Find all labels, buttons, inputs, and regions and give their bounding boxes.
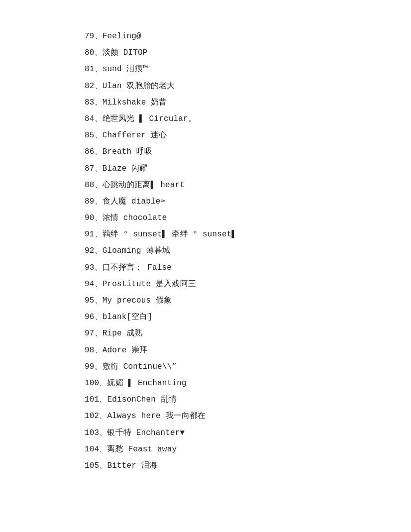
list-item: 103、银千特 Enchanter▼	[85, 426, 326, 440]
item-number: 103、	[85, 428, 107, 437]
list-item: 89、食人魔 diable≈	[85, 195, 326, 209]
item-text: 心跳动的距离▌ heart	[103, 181, 185, 190]
item-number: 105、	[85, 461, 107, 470]
list-item: 100、妩媚 ▌ Enchanting	[85, 377, 326, 390]
item-text: Ulan 双胞胎的老大	[103, 82, 175, 91]
list-item: 94、Prostitute 是入戏阿三	[85, 278, 326, 291]
list-item: 93、口不择言； False	[85, 261, 326, 275]
item-number: 100、	[85, 379, 107, 388]
item-text: 浓情 chocolate	[103, 213, 167, 222]
nickname-list: 79、Feeling@80、淡颜 DITOP81、sund 泪痕™82、Ulan…	[85, 30, 326, 473]
item-text: My precous 假象	[103, 296, 172, 305]
item-number: 91、	[85, 230, 103, 239]
item-number: 83、	[85, 98, 103, 107]
item-text: 绝世风光 ▌ Circular。	[103, 114, 196, 123]
item-text: 银千特 Enchanter▼	[107, 428, 185, 437]
item-number: 95、	[85, 296, 103, 305]
item-text: EdisonChen 乱情	[107, 395, 177, 404]
list-item: 104、离愁 Feast away	[85, 443, 326, 456]
list-item: 95、My precous 假象	[85, 294, 326, 308]
list-item: 99、敷衍 Continue\\”	[85, 360, 326, 374]
list-item: 101、EdisonChen 乱情	[85, 393, 326, 407]
item-number: 101、	[85, 395, 107, 404]
item-text: blank[空白]	[103, 313, 153, 321]
list-item: 90、浓情 chocolate	[85, 212, 326, 225]
item-text: Milkshake 奶昔	[103, 98, 167, 107]
item-number: 87、	[85, 164, 103, 173]
item-number: 94、	[85, 280, 103, 289]
item-text: sund 泪痕™	[103, 65, 148, 74]
item-number: 102、	[85, 412, 107, 421]
list-item: 105、Bitter 泪海	[85, 459, 326, 473]
list-item: 92、Gloaming 薄暮城	[85, 244, 326, 258]
item-text: 离愁 Feast away	[107, 445, 177, 454]
list-item: 80、淡颜 DITOP	[85, 46, 326, 60]
item-number: 96、	[85, 313, 103, 321]
list-item: 86、Breath 呼吸	[85, 145, 326, 159]
item-text: Breath 呼吸	[103, 147, 153, 156]
item-number: 99、	[85, 362, 103, 371]
item-number: 88、	[85, 181, 103, 190]
list-item: 79、Feeling@	[85, 30, 326, 43]
item-text: Gloaming 薄暮城	[103, 246, 170, 255]
item-number: 98、	[85, 346, 103, 355]
item-text: 食人魔 diable≈	[103, 197, 166, 206]
list-item: 102、Always here 我一向都在	[85, 410, 326, 423]
item-number: 104、	[85, 445, 107, 454]
item-text: 敷衍 Continue\\”	[103, 362, 177, 371]
item-text: 羁绊 ° sunset▌ 牵绊 ° sunset▌	[103, 230, 237, 239]
list-item: 82、Ulan 双胞胎的老大	[85, 80, 326, 93]
list-item: 81、sund 泪痕™	[85, 63, 326, 76]
item-text: Bitter 泪海	[107, 461, 157, 470]
item-number: 89、	[85, 197, 103, 206]
list-item: 85、Chafferer 迷心	[85, 129, 326, 142]
item-number: 82、	[85, 82, 103, 91]
list-item: 88、心跳动的距离▌ heart	[85, 179, 326, 192]
item-number: 85、	[85, 131, 103, 140]
item-text: 淡颜 DITOP	[103, 48, 148, 57]
item-text: Feeling@	[103, 32, 141, 41]
item-number: 90、	[85, 213, 103, 222]
list-item: 98、Adore 崇拜	[85, 344, 326, 357]
item-number: 80、	[85, 48, 103, 57]
item-number: 93、	[85, 263, 103, 272]
list-item: 83、Milkshake 奶昔	[85, 96, 326, 109]
item-number: 92、	[85, 246, 103, 255]
item-text: Ripe 成熟	[103, 329, 143, 338]
item-number: 79、	[85, 32, 103, 41]
item-text: 妩媚 ▌ Enchanting	[107, 379, 186, 388]
item-text: Chafferer 迷心	[103, 131, 167, 140]
item-number: 97、	[85, 329, 103, 338]
list-item: 84、绝世风光 ▌ Circular。	[85, 112, 326, 126]
item-text: Prostitute 是入戏阿三	[103, 280, 196, 289]
list-item: 97、Ripe 成熟	[85, 327, 326, 340]
item-text: 口不择言； False	[103, 263, 172, 272]
item-number: 86、	[85, 147, 103, 156]
item-text: Adore 崇拜	[103, 346, 148, 355]
item-number: 81、	[85, 65, 103, 74]
item-text: Blaze 闪耀	[103, 164, 148, 173]
list-item: 96、blank[空白]	[85, 311, 326, 324]
item-number: 84、	[85, 114, 103, 123]
list-item: 91、羁绊 ° sunset▌ 牵绊 ° sunset▌	[85, 228, 326, 241]
item-text: Always here 我一向都在	[107, 412, 206, 421]
list-item: 87、Blaze 闪耀	[85, 162, 326, 176]
